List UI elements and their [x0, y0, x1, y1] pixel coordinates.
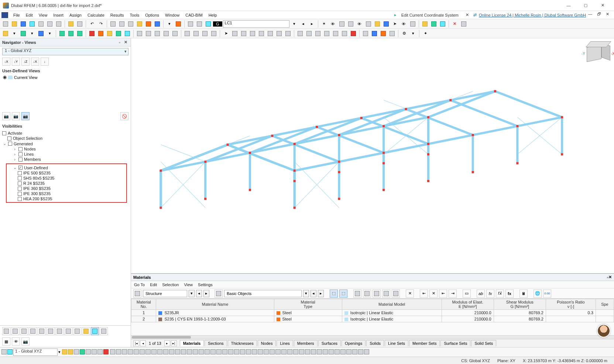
minimize-button[interactable]: — — [560, 0, 577, 11]
bt-extra-30-icon[interactable] — [287, 349, 292, 355]
table-row[interactable]: 1 S235JR Steel Isotropic | Linear Elasti… — [131, 310, 614, 316]
t2-s5-icon[interactable] — [332, 30, 340, 38]
xxx3-icon[interactable] — [364, 20, 373, 28]
mat-prev2-icon[interactable]: ◂ — [311, 290, 316, 297]
mat-ab-icon[interactable]: ab — [477, 290, 485, 298]
bt-drop-icon[interactable]: ▾ — [58, 350, 61, 354]
mat-t5-icon[interactable] — [392, 290, 400, 298]
checkbox-icon[interactable] — [7, 136, 11, 141]
bt-extra-38-icon[interactable] — [335, 349, 340, 355]
align2-icon[interactable] — [195, 20, 203, 28]
tree-ud-item[interactable]: IPE 300 $S235 — [7, 191, 126, 196]
bt-extra-8-icon[interactable] — [157, 349, 162, 355]
checkbox-icon[interactable] — [18, 176, 22, 180]
col-mod[interactable]: Modulus of Elast. E [N/mm²] — [442, 299, 494, 310]
tree-members[interactable]: ›Members — [2, 157, 128, 162]
bt-extra-9-icon[interactable] — [163, 349, 168, 355]
t2-grid1-icon[interactable] — [361, 30, 370, 38]
open-file-icon[interactable] — [10, 20, 18, 28]
tree-lines[interactable]: ›Lines — [2, 152, 128, 157]
checkbox-icon[interactable] — [18, 166, 23, 170]
bt-extra-11-icon[interactable] — [175, 349, 180, 355]
current-view-radio[interactable]: Current View — [0, 74, 131, 80]
tree-ud-item[interactable]: R 24 $S235 — [7, 181, 126, 186]
panel-undock-icon[interactable]: ▫ — [117, 39, 123, 45]
tab-surfaces[interactable]: Surfaces — [318, 340, 341, 346]
mat-prev1-icon[interactable]: ◂ — [196, 290, 202, 297]
bt-extra-1-icon[interactable] — [116, 349, 121, 355]
bt-extra-12-icon[interactable] — [181, 349, 186, 355]
bt-extra-42-icon[interactable] — [358, 349, 363, 355]
menu-results[interactable]: Results — [107, 12, 127, 18]
camera2-icon[interactable]: 📷 — [12, 112, 20, 120]
new-doc-star-icon[interactable] — [67, 20, 75, 28]
t2-s7-icon[interactable] — [349, 30, 357, 38]
nbt-9-icon[interactable] — [73, 327, 81, 335]
t2-g1-icon[interactable] — [58, 30, 66, 38]
mat-t3-icon[interactable] — [373, 290, 381, 298]
bt-extra-18-icon[interactable] — [216, 349, 222, 355]
mat-fx3-icon[interactable]: fx — [505, 290, 514, 298]
t2-r3-icon[interactable] — [106, 30, 114, 38]
t2-ln3-icon[interactable] — [201, 30, 209, 38]
tree-ud-item[interactable]: IPE 360 $S235 — [7, 186, 126, 191]
t2-m1-icon[interactable]: ➤ — [222, 30, 230, 38]
bt-extra-36-icon[interactable] — [323, 349, 328, 355]
mat-fx1-icon[interactable]: fx — [486, 290, 494, 298]
bt-d-icon[interactable] — [80, 349, 85, 355]
t2-sec3-icon[interactable] — [153, 30, 161, 38]
red-x-icon[interactable]: ✕ — [451, 20, 459, 28]
t2-m2-icon[interactable] — [231, 30, 239, 38]
bt-extra-19-icon[interactable] — [222, 349, 227, 355]
col-spe[interactable]: Spe — [596, 299, 614, 310]
cell-shear[interactable]: 80769.2 — [494, 310, 546, 316]
t2-s1-icon[interactable] — [296, 30, 304, 38]
cell-type[interactable]: Steel — [274, 316, 342, 322]
bt-extra-24-icon[interactable] — [252, 349, 257, 355]
t2-m5-icon[interactable] — [257, 30, 265, 38]
tree-icon[interactable] — [37, 20, 45, 28]
mat-menu-view[interactable]: View — [184, 282, 193, 287]
xxx4-icon[interactable] — [409, 20, 417, 28]
bt-c-icon[interactable] — [74, 349, 79, 355]
t2-ln4-icon[interactable] — [210, 30, 218, 38]
nbt-4-icon[interactable] — [29, 327, 37, 335]
t2-grid3-icon[interactable] — [379, 30, 387, 38]
tab-surface-sets[interactable]: Surface Sets — [440, 340, 470, 346]
color-btn1-icon[interactable] — [421, 20, 429, 28]
nbt-10-icon[interactable] — [82, 327, 90, 335]
page-last-icon[interactable]: ▸| — [171, 340, 177, 346]
t2-end-icon[interactable]: ▾ — [409, 30, 417, 38]
bt-extra-35-icon[interactable] — [317, 349, 322, 355]
app-badge-icon[interactable] — [1, 12, 8, 18]
tree-object-selection[interactable]: Object Selection — [2, 136, 128, 141]
checkbox-icon[interactable] — [18, 157, 23, 162]
bt-g-icon[interactable] — [97, 349, 103, 355]
mat-arr1-icon[interactable]: ⇤ — [420, 290, 428, 298]
bt-h-icon[interactable] — [103, 349, 109, 355]
model-canvas[interactable]: -Y -X — [131, 38, 614, 273]
bt-extra-23-icon[interactable] — [246, 349, 251, 355]
t2-g2-icon[interactable] — [67, 30, 75, 38]
bt-extra-16-icon[interactable] — [205, 349, 210, 355]
axis-drop-button[interactable]: ↓ — [41, 58, 49, 66]
nbt-camera-icon[interactable]: 📷 — [21, 337, 30, 346]
bt-extra-20-icon[interactable] — [228, 349, 233, 355]
eye2-icon[interactable]: 👁 — [356, 20, 364, 28]
loadcase-combo[interactable]: LC1 — [223, 20, 289, 28]
view-combo[interactable]: 1 - Global XYZ — [2, 48, 128, 55]
bt-extra-28-icon[interactable] — [275, 349, 281, 355]
bt-extra-27-icon[interactable] — [270, 349, 275, 355]
edit-coord-tab[interactable]: Edit Current Coordinate System — [399, 12, 461, 18]
color-btn2-icon[interactable] — [430, 20, 438, 28]
tab-materials[interactable]: Materials — [180, 340, 204, 346]
bt-extra-7-icon[interactable] — [151, 349, 157, 355]
doc-icon[interactable] — [76, 20, 84, 28]
cell-mod[interactable]: 210000.0 — [442, 310, 494, 316]
bt-extra-6-icon[interactable] — [145, 349, 151, 355]
camera3-icon[interactable]: 📷 — [21, 112, 30, 120]
combo-dropdown-icon[interactable]: ▾ — [290, 20, 298, 28]
scroll-thumb[interactable] — [132, 336, 191, 339]
cell-spe[interactable] — [596, 316, 614, 322]
bt-extra-34-icon[interactable] — [311, 349, 316, 355]
